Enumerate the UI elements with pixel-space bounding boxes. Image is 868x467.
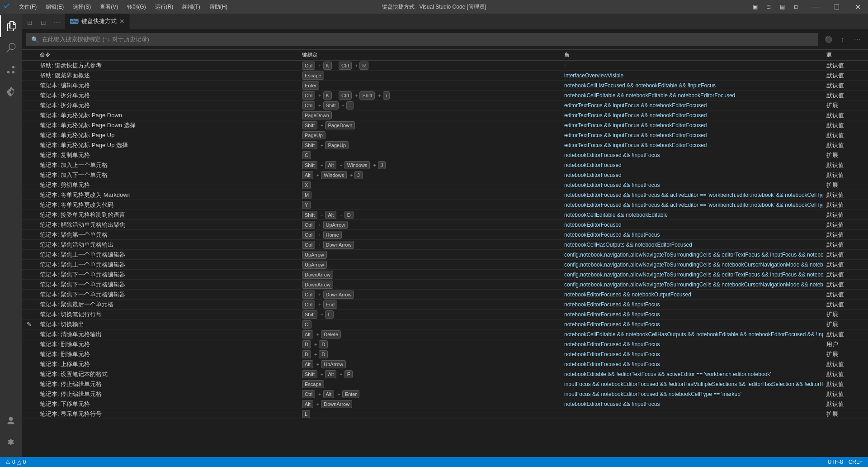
activity-account[interactable] bbox=[0, 410, 22, 432]
keybinding-key: Alt bbox=[302, 330, 313, 338]
table-row[interactable]: 笔记本: 聚焦上一个单元格编辑器UpArrowconfig.notebook.n… bbox=[22, 250, 868, 260]
warning-count: 0 bbox=[23, 459, 26, 465]
menu-file[interactable]: 文件(F) bbox=[14, 1, 41, 13]
row-when: notebookCellListFocused && notebookEdita… bbox=[561, 81, 823, 90]
menu-view[interactable]: 查看(V) bbox=[95, 1, 123, 13]
keybinding-key: Escape bbox=[302, 71, 324, 80]
keybinding-key: Shift bbox=[302, 121, 317, 129]
table-row[interactable]: 笔记本: 聚焦第一个单元格Ctrl+HomenotebookEditorFocu… bbox=[22, 230, 868, 240]
table-row[interactable]: 笔记本: 聚焦活动单元格输出Ctrl+DownArrownotebookCell… bbox=[22, 240, 868, 250]
table-row[interactable]: 笔记本: 拆分单元格Ctrl+Shift+-editorTextFocus &&… bbox=[22, 100, 868, 110]
table-row[interactable]: 笔记本: 聚焦下一个单元格编辑器DownArrowconfig.notebook… bbox=[22, 270, 868, 280]
maximize-button[interactable]: ⎕ bbox=[826, 0, 847, 14]
table-row[interactable]: 笔记本: 单元格光标 Page Down 选择Shift+PageDownedi… bbox=[22, 120, 868, 130]
tab-open-editors[interactable]: ⊡ bbox=[24, 16, 36, 29]
status-errors[interactable]: ⚠ 0 △ 0 bbox=[4, 457, 28, 467]
table-row[interactable]: 笔记本: 上移单元格Alt+UpArrownotebookEditorFocus… bbox=[22, 359, 868, 369]
keybinding-key: Ctrl bbox=[339, 62, 352, 70]
activity-settings[interactable] bbox=[0, 432, 22, 453]
table-row[interactable]: 笔记本: 聚焦下一个单元格编辑器DownArrowconfig.notebook… bbox=[22, 280, 868, 290]
table-row[interactable]: 笔记本: 停止编辑单元格Ctrl+Alt+EnterinputFocus && … bbox=[22, 389, 868, 399]
table-row[interactable]: ✎笔记本: 切换输出OnotebookEditorFocused && !inp… bbox=[22, 319, 868, 329]
layout-icon2[interactable]: ⊟ bbox=[762, 0, 775, 14]
search-bar[interactable]: 🔍 在此键入搜索按键绑定 (↑↓ 对于历史记录) bbox=[26, 33, 818, 46]
sort-button[interactable]: ↕ bbox=[836, 33, 849, 46]
table-row[interactable]: 笔记本: 加入下一个单元格Alt+Windows+JnotebookEditor… bbox=[22, 170, 868, 180]
table-row[interactable]: 笔记本: 将单元格更改为 MarkdownMnotebookEditorFocu… bbox=[22, 190, 868, 200]
tab-split[interactable]: ⊡ bbox=[37, 16, 50, 29]
row-when: notebookEditorFocused && !inputFocus bbox=[561, 339, 823, 349]
keybinding-key: DownArrow bbox=[302, 271, 333, 279]
activity-scm[interactable] bbox=[0, 59, 22, 81]
status-eol[interactable]: CRLF bbox=[847, 457, 864, 467]
row-source: 默认值 bbox=[823, 200, 868, 210]
keybinding-key: \ bbox=[383, 91, 390, 100]
minimize-button[interactable]: — bbox=[806, 0, 826, 14]
keybinding-key: PageDown bbox=[302, 111, 332, 119]
table-row[interactable]: 笔记本: 聚焦上一个单元格编辑器UpArrowconfig.notebook.n… bbox=[22, 260, 868, 270]
table-row[interactable]: 笔记本: 聚焦下一个单元格编辑器Ctrl+DownArrownotebookEd… bbox=[22, 290, 868, 300]
table-row[interactable]: 帮助: 键盘快捷方式参考Ctrl+KCtrl+R-默认值 bbox=[22, 61, 868, 71]
layout-icon4[interactable]: ⊞ bbox=[789, 0, 802, 14]
table-row[interactable]: 笔记本: 编辑单元格EnternotebookCellListFocused &… bbox=[22, 81, 868, 91]
header-keybinding: 键绑定 bbox=[298, 50, 561, 60]
table-row[interactable]: 笔记本: 单元格光标 Page Up 选择Shift+PageUpeditorT… bbox=[22, 140, 868, 150]
edit-icon[interactable]: ✎ bbox=[27, 321, 32, 328]
menu-selection[interactable]: 选择(S) bbox=[68, 1, 95, 13]
row-command: 笔记本: 切换输出 bbox=[36, 319, 298, 329]
record-keys-button[interactable]: ⚫ bbox=[822, 33, 835, 46]
tab-more[interactable]: ⋯ bbox=[51, 16, 63, 29]
table-row[interactable]: 笔记本: 下移单元格Alt+DownArrownotebookEditorFoc… bbox=[22, 399, 868, 409]
table-row[interactable]: 笔记本: 切换笔记行行号Shift+LnotebookEditorFocused… bbox=[22, 310, 868, 319]
table-row[interactable]: 笔记本: 复制单元格CnotebookEditorFocused && !inp… bbox=[22, 150, 868, 160]
table-row[interactable]: 笔记本: 接受单元格检测到的语言Shift+Alt+DnotebookCellE… bbox=[22, 210, 868, 220]
row-when: notebookEditorFocused && !inputFocus bbox=[561, 180, 823, 190]
layout-icon1[interactable]: ▣ bbox=[749, 0, 761, 14]
table-row[interactable]: 笔记本: 停止编辑单元格EscapeinputFocus && notebook… bbox=[22, 379, 868, 389]
row-keybinding: Ctrl+Alt+Enter bbox=[298, 389, 561, 399]
activity-extensions[interactable] bbox=[0, 81, 22, 102]
table-row[interactable]: 帮助: 隐藏界面概述EscapeinterfaceOverviewVisible… bbox=[22, 71, 868, 81]
row-command: 笔记本: 删除单元格 bbox=[36, 349, 298, 359]
status-encoding[interactable]: UTF-8 bbox=[826, 457, 845, 467]
tab-keybindings[interactable]: ⌨ 键盘快捷方式 ✕ bbox=[65, 14, 130, 29]
row-source: 扩展 bbox=[823, 310, 868, 319]
keybinding-key: R bbox=[359, 62, 368, 70]
row-source: 默认值 bbox=[823, 270, 868, 279]
menu-run[interactable]: 运行(R) bbox=[151, 1, 178, 13]
table-row[interactable]: 笔记本: 解除活动单元格输出聚焦Ctrl+UpArrownotebookEdit… bbox=[22, 220, 868, 230]
table-row[interactable]: 笔记本: 聚焦最后一个单元格Ctrl+EndnotebookEditorFocu… bbox=[22, 300, 868, 310]
tab-close-button[interactable]: ✕ bbox=[119, 18, 125, 25]
row-when: inputFocus && notebookEditorFocused && n… bbox=[561, 389, 823, 399]
row-icon-cell bbox=[22, 71, 36, 80]
menu-terminal[interactable]: 终端(T) bbox=[178, 1, 204, 13]
more-actions-button[interactable]: ⋯ bbox=[851, 33, 863, 46]
table-row[interactable]: 笔记本: 删除单元格D+DnotebookEditorFocused && !i… bbox=[22, 349, 868, 359]
table-row[interactable]: 笔记本: 清除单元格输出Alt+DeletenotebookCellEditab… bbox=[22, 329, 868, 339]
keybindings-table[interactable]: 命令 键绑定 当 源 帮助: 键盘快捷方式参考Ctrl+KCtrl+R-默认值帮… bbox=[22, 50, 868, 457]
row-source: 默认值 bbox=[823, 110, 868, 120]
row-keybinding: Ctrl+KCtrl+R bbox=[298, 61, 561, 70]
row-command: 笔记本: 复制单元格 bbox=[36, 150, 298, 160]
row-command: 笔记本: 聚焦上一个单元格编辑器 bbox=[36, 250, 298, 259]
menu-help[interactable]: 帮助(H) bbox=[205, 1, 232, 13]
row-when: notebookCellEditable && notebookEditable bbox=[561, 210, 823, 219]
activity-search[interactable] bbox=[0, 37, 22, 59]
table-row[interactable]: 笔记本: 单元格光标 Page UpPageUpeditorTextFocus … bbox=[22, 130, 868, 140]
table-row[interactable]: 笔记本: 加入上一个单元格Shift+Alt+Windows+Jnotebook… bbox=[22, 160, 868, 170]
menu-goto[interactable]: 转到(G) bbox=[123, 1, 150, 13]
keybinding-key: DownArrow bbox=[323, 241, 354, 249]
row-source: 默认值 bbox=[823, 210, 868, 219]
table-row[interactable]: 笔记本: 显示单元格行号L扩展 bbox=[22, 409, 868, 419]
table-row[interactable]: 笔记本: 设置笔记本的格式Shift+Alt+FnotebookEditable… bbox=[22, 369, 868, 379]
table-row[interactable]: 笔记本: 删除单元格D+DnotebookEditorFocused && !i… bbox=[22, 339, 868, 349]
table-row[interactable]: 笔记本: 剪切单元格XnotebookEditorFocused && !inp… bbox=[22, 180, 868, 190]
close-button[interactable]: ✕ bbox=[847, 0, 868, 14]
table-row[interactable]: 笔记本: 单元格光标 Page DownPageDowneditorTextFo… bbox=[22, 110, 868, 120]
menu-edit[interactable]: 编辑(E) bbox=[41, 1, 68, 13]
table-row[interactable]: 笔记本: 拆分单元格Ctrl+KCtrl+Shift+\notebookCell… bbox=[22, 91, 868, 100]
layout-icon3[interactable]: ▤ bbox=[776, 0, 788, 14]
table-row[interactable]: 笔记本: 将单元格更改为代码YnotebookEditorFocused && … bbox=[22, 200, 868, 210]
activity-explorer[interactable] bbox=[0, 15, 22, 37]
row-when: notebookEditorFocused && !inputFocus bbox=[561, 310, 823, 319]
